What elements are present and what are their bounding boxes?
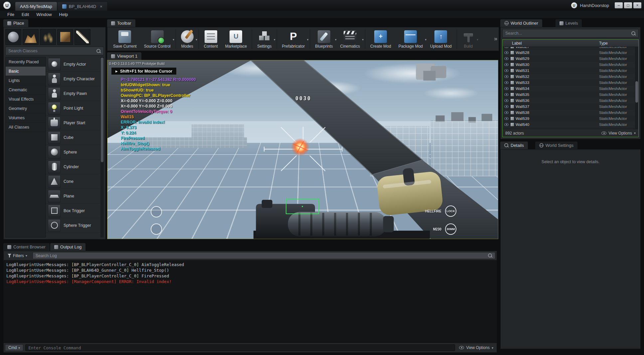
place-category[interactable]: Basic <box>6 67 46 76</box>
place-search-input[interactable] <box>8 49 94 53</box>
outliner-row[interactable]: Wall527 StaticMeshActor <box>503 47 638 50</box>
visibility-eye-icon[interactable] <box>504 51 509 54</box>
place-item[interactable]: Cube <box>46 130 100 145</box>
outliner-view-options[interactable]: View Options <box>608 131 632 136</box>
place-item[interactable]: Box Trigger <box>46 203 100 218</box>
document-tab[interactable]: AAS-MyTestMap <box>15 2 57 11</box>
toolbar-button[interactable]: Upload Mod <box>426 29 455 49</box>
outliner-row[interactable]: Wall538 StaticMeshActor <box>503 110 638 116</box>
place-item[interactable]: Cylinder <box>46 160 100 174</box>
outliner-search-input[interactable] <box>505 31 629 36</box>
chevron-down-icon[interactable]: ▾ <box>477 38 478 41</box>
visibility-eye-icon[interactable] <box>504 123 509 126</box>
outliner-row[interactable]: Wall535 StaticMeshActor <box>503 92 638 98</box>
chevron-down-icon[interactable]: ▾ <box>173 38 174 41</box>
visibility-eye-icon[interactable] <box>504 47 509 48</box>
outliner-row[interactable]: Wall531 StaticMeshActor <box>503 68 638 74</box>
visibility-eye-icon[interactable] <box>504 111 509 114</box>
menu-item[interactable]: Help <box>56 11 72 18</box>
place-scrollbar[interactable] <box>100 57 104 237</box>
tab-toolbar[interactable]: Toolbar <box>107 19 135 27</box>
toolbar-button[interactable]: Blueprints ▾ <box>311 29 336 49</box>
visibility-eye-icon[interactable] <box>504 57 509 60</box>
place-item[interactable]: Sphere <box>46 145 100 160</box>
column-type[interactable]: Type <box>599 41 638 46</box>
outliner-row[interactable]: Wall529 StaticMeshActor <box>503 56 638 62</box>
log-search-input[interactable] <box>36 253 488 258</box>
landscape-icon[interactable] <box>23 29 39 45</box>
toolbar-button[interactable]: Cinematics ▾ <box>337 29 364 49</box>
tab-viewport[interactable]: Viewport 1 <box>107 52 141 60</box>
place-item[interactable]: Empty Character <box>46 72 100 86</box>
output-log-area[interactable]: LogBlueprintUserMessages: [BP_BLPlayerCo… <box>4 260 497 343</box>
tab-content-browser[interactable]: Content Browser <box>3 243 50 251</box>
place-category[interactable]: Geometry <box>6 104 46 113</box>
visibility-eye-icon[interactable] <box>504 117 509 120</box>
place-item[interactable]: Point Light <box>46 101 100 116</box>
minimize-button[interactable]: – <box>615 2 623 8</box>
chevron-down-icon[interactable]: ▾ <box>634 131 636 135</box>
scrollbar-thumb[interactable] <box>635 81 638 103</box>
viewport-3d-view[interactable]: 0-HD 0.13.0.1-#0 ??? Prototype Build ▶ S… <box>107 60 498 239</box>
toolbar-button[interactable]: Create Mod <box>367 29 395 49</box>
visibility-eye-icon[interactable] <box>504 99 509 102</box>
place-item[interactable]: Cone <box>46 174 100 189</box>
place-item[interactable]: Empty Pawn <box>46 86 100 101</box>
cmd-button[interactable]: Cmd ▾ <box>5 344 23 351</box>
toolbar-button[interactable]: Modes ▾ <box>177 29 197 49</box>
close-button[interactable]: × <box>633 2 641 8</box>
console-command-input[interactable] <box>25 344 455 351</box>
visibility-eye-icon[interactable] <box>504 93 509 96</box>
place-category[interactable]: Lights <box>6 76 46 85</box>
recently-placed-icon[interactable] <box>5 29 21 45</box>
toolbar-button[interactable]: Settings ▾ <box>253 29 275 49</box>
visibility-eye-icon[interactable] <box>504 75 509 78</box>
place-item[interactable]: Sphere Trigger <box>46 218 100 233</box>
menu-item[interactable]: Edit <box>18 11 32 18</box>
outliner-row[interactable]: Wall533 StaticMeshActor <box>503 80 638 86</box>
outliner-header[interactable]: Label Type <box>503 40 638 47</box>
tab-world-settings[interactable]: World Settings <box>535 142 577 149</box>
outliner-scrollbar[interactable] <box>635 47 638 129</box>
foliage-icon[interactable] <box>40 29 56 45</box>
place-category[interactable]: Cinematic <box>6 85 46 95</box>
place-item[interactable]: Plane <box>46 189 100 203</box>
outliner-row[interactable]: Wall539 StaticMeshActor <box>503 116 638 122</box>
outliner-row[interactable]: Wall537 StaticMeshActor <box>503 104 638 110</box>
maximize-button[interactable]: □ <box>624 2 632 8</box>
toolbar-button[interactable]: Save Current <box>109 29 140 49</box>
outliner-row[interactable]: Wall540 StaticMeshActor <box>503 122 638 128</box>
toolbar-button[interactable]: Content <box>200 29 222 49</box>
tab-details[interactable]: Details <box>500 142 528 149</box>
geometry-edit-icon[interactable] <box>75 29 90 45</box>
outliner-row[interactable]: Wall528 StaticMeshActor <box>503 50 638 56</box>
place-item[interactable]: Player Start <box>46 116 100 130</box>
place-category[interactable]: Visual Effects <box>6 95 46 104</box>
tab-close-icon[interactable]: × <box>100 4 102 9</box>
toolbar-button[interactable]: Marketplace <box>222 29 250 49</box>
menu-item[interactable]: Window <box>33 11 55 18</box>
visibility-eye-icon[interactable] <box>504 63 509 66</box>
visibility-eye-icon[interactable] <box>504 105 509 108</box>
filters-button[interactable]: Filters ▾ <box>5 252 30 259</box>
visibility-eye-icon[interactable] <box>504 87 509 90</box>
visibility-eye-icon[interactable] <box>504 69 509 72</box>
chevron-down-icon[interactable]: ▾ <box>307 38 309 41</box>
visibility-eye-icon[interactable] <box>504 81 509 84</box>
document-tab[interactable]: BP_BLAH64D × <box>58 2 107 11</box>
place-category[interactable]: All Classes <box>6 123 46 132</box>
toolbar-button[interactable]: Source Control ▾ <box>140 29 174 49</box>
place-category[interactable]: Recently Placed <box>6 57 46 67</box>
tab-levels[interactable]: Levels <box>556 19 582 27</box>
outliner-row[interactable]: Wall530 StaticMeshActor <box>503 62 638 68</box>
column-label[interactable]: Label <box>503 41 599 46</box>
outliner-row[interactable]: Wall532 StaticMeshActor <box>503 74 638 80</box>
toolbar-button[interactable]: Package Mod ▾ <box>395 29 426 49</box>
log-view-options[interactable]: View Options ▾ <box>457 345 495 350</box>
brush-icon[interactable] <box>57 29 73 45</box>
menu-item[interactable]: File <box>4 11 18 18</box>
place-category[interactable]: Volumes <box>6 113 46 123</box>
outliner-row[interactable]: Wall536 StaticMeshActor <box>503 98 638 104</box>
place-item[interactable]: Empty Actor <box>46 57 100 72</box>
toolbar-button[interactable]: Prefabricator ▾ <box>278 29 309 49</box>
